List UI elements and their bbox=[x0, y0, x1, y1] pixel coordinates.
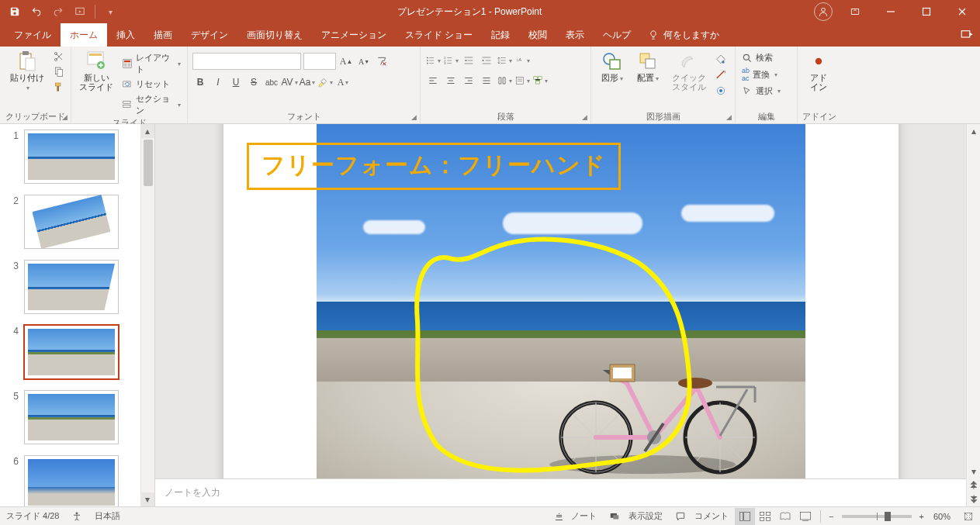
font-size-combo[interactable] bbox=[303, 53, 336, 70]
notes-toggle[interactable]: ≐ ノート bbox=[549, 510, 603, 522]
grow-font-icon[interactable]: A▲ bbox=[338, 54, 354, 69]
next-slide-icon[interactable]: ⯯ bbox=[967, 492, 980, 506]
ribbon-display-icon[interactable] bbox=[837, 0, 873, 23]
paste-button[interactable]: 貼り付け▾ bbox=[5, 50, 49, 94]
justify-icon[interactable] bbox=[479, 73, 494, 88]
close-icon[interactable] bbox=[944, 0, 980, 23]
drawing-launcher-icon[interactable]: ◢ bbox=[726, 113, 732, 121]
tab-slideshow[interactable]: スライド ショー bbox=[396, 23, 482, 47]
columns-icon[interactable]: ▾ bbox=[497, 73, 512, 88]
strike-icon[interactable]: S bbox=[246, 74, 261, 90]
minimize-icon[interactable] bbox=[873, 0, 909, 23]
tab-draw[interactable]: 描画 bbox=[144, 23, 182, 47]
align-text-icon[interactable]: ▾ bbox=[514, 73, 530, 88]
paragraph-launcher-icon[interactable]: ◢ bbox=[582, 113, 587, 121]
numbering-icon[interactable]: 123▾ bbox=[443, 53, 459, 68]
accessibility-icon[interactable] bbox=[65, 511, 88, 522]
shape-outline-icon[interactable] bbox=[714, 68, 728, 82]
zoom-out-button[interactable]: − bbox=[826, 512, 836, 521]
reading-view-icon[interactable] bbox=[775, 508, 795, 525]
shape-effects-icon[interactable] bbox=[714, 84, 728, 98]
font-launcher-icon[interactable]: ◢ bbox=[411, 113, 417, 121]
zoom-slider[interactable] bbox=[842, 515, 912, 518]
arrange-button[interactable]: 配置▾ bbox=[632, 50, 664, 85]
line-spacing-icon[interactable]: ▾ bbox=[497, 53, 512, 68]
align-right-icon[interactable] bbox=[461, 73, 476, 88]
tab-home[interactable]: ホーム bbox=[61, 23, 107, 47]
slide-title-box[interactable]: フリーフォーム：フリーハンド bbox=[247, 143, 621, 190]
slide-thumbnail[interactable] bbox=[25, 195, 118, 248]
thumb-scrollbar[interactable]: ▴ ▾ bbox=[140, 124, 154, 506]
slide-counter[interactable]: スライド 4/28 bbox=[0, 510, 65, 522]
cut-icon[interactable] bbox=[52, 50, 66, 64]
notes-pane[interactable]: ノートを入力 bbox=[155, 478, 966, 506]
undo-icon[interactable] bbox=[29, 5, 43, 19]
select-button[interactable]: 選択▾ bbox=[740, 85, 782, 98]
display-settings-button[interactable]: 表示設定 bbox=[603, 510, 669, 522]
format-painter-icon[interactable] bbox=[52, 81, 66, 95]
tab-review[interactable]: 校閲 bbox=[519, 23, 556, 47]
bold-icon[interactable]: B bbox=[192, 74, 208, 90]
text-direction-icon[interactable]: ↕A▾ bbox=[514, 53, 530, 68]
change-case-icon[interactable]: Aa▾ bbox=[300, 74, 315, 90]
slide-thumbnail[interactable] bbox=[25, 130, 118, 183]
addin-button[interactable]: アド イン bbox=[802, 50, 835, 93]
quick-styles-button[interactable]: クイック スタイル bbox=[667, 50, 711, 93]
bullets-icon[interactable]: ▾ bbox=[425, 53, 441, 68]
slide-thumbnail[interactable] bbox=[25, 261, 118, 313]
tab-view[interactable]: 表示 bbox=[556, 23, 594, 47]
tab-help[interactable]: ヘルプ bbox=[594, 23, 640, 47]
tab-file[interactable]: ファイル bbox=[5, 23, 61, 47]
shadow-icon[interactable]: abc bbox=[264, 74, 279, 90]
scroll-up-icon[interactable]: ▴ bbox=[140, 124, 154, 138]
share-icon[interactable] bbox=[960, 23, 974, 47]
maximize-icon[interactable] bbox=[909, 0, 944, 23]
highlight-icon[interactable]: ▾ bbox=[317, 74, 333, 90]
prev-slide-icon[interactable]: ⯭ bbox=[967, 478, 980, 492]
slide-thumbnail[interactable] bbox=[25, 326, 118, 378]
redo-icon[interactable] bbox=[51, 5, 65, 19]
language-indicator[interactable]: 日本語 bbox=[88, 510, 126, 522]
fit-to-window-icon[interactable] bbox=[957, 511, 980, 522]
zoom-in-button[interactable]: + bbox=[916, 512, 927, 521]
align-left-icon[interactable] bbox=[425, 73, 441, 88]
freeform-shape[interactable] bbox=[406, 228, 701, 476]
zoom-percent[interactable]: 60% bbox=[927, 512, 957, 521]
tab-transitions[interactable]: 画面切り替え bbox=[237, 23, 312, 47]
slideshow-view-icon[interactable] bbox=[795, 508, 816, 525]
font-color-icon[interactable]: A▾ bbox=[335, 74, 351, 90]
tab-animations[interactable]: アニメーション bbox=[312, 23, 396, 47]
indent-inc-icon[interactable] bbox=[479, 53, 494, 68]
scroll-thumb[interactable] bbox=[144, 140, 153, 186]
scroll-down-icon[interactable]: ▾ bbox=[140, 492, 154, 506]
clipboard-launcher-icon[interactable]: ◢ bbox=[62, 113, 68, 121]
font-family-combo[interactable] bbox=[192, 53, 301, 70]
slide-thumbnail[interactable] bbox=[25, 456, 118, 506]
underline-icon[interactable]: U bbox=[228, 74, 244, 90]
replace-button[interactable]: abac置換▾ bbox=[740, 66, 782, 83]
shrink-font-icon[interactable]: A▼ bbox=[356, 54, 372, 69]
start-from-beginning-icon[interactable] bbox=[73, 5, 87, 19]
editor-scrollbar[interactable]: ▴ ▾ ⯭ ⯯ bbox=[966, 124, 980, 506]
normal-view-icon[interactable] bbox=[735, 508, 755, 525]
tab-insert[interactable]: 挿入 bbox=[107, 23, 144, 47]
scroll-down-icon[interactable]: ▾ bbox=[967, 465, 980, 478]
copy-icon[interactable] bbox=[52, 65, 66, 79]
smartart-icon[interactable]: ▾ bbox=[532, 73, 548, 88]
indent-dec-icon[interactable] bbox=[461, 53, 476, 68]
char-spacing-icon[interactable]: AV▾ bbox=[282, 74, 297, 90]
find-button[interactable]: 検索 bbox=[740, 51, 782, 64]
layout-button[interactable]: レイアウト▾ bbox=[120, 51, 182, 76]
sorter-view-icon[interactable] bbox=[755, 508, 775, 525]
italic-icon[interactable]: I bbox=[210, 74, 226, 90]
comments-button[interactable]: コメント bbox=[669, 510, 735, 522]
slide-canvas[interactable]: フリーフォーム：フリーハンド bbox=[223, 124, 899, 478]
section-button[interactable]: セクション▾ bbox=[120, 92, 182, 117]
shape-fill-icon[interactable] bbox=[714, 53, 728, 67]
clear-format-icon[interactable] bbox=[374, 54, 390, 69]
shapes-button[interactable]: 図形▾ bbox=[596, 50, 629, 85]
scroll-up-icon[interactable]: ▴ bbox=[967, 124, 980, 138]
save-icon[interactable] bbox=[8, 5, 22, 19]
tell-me-search[interactable]: 何をしますか bbox=[648, 23, 719, 47]
slide-thumbnail[interactable] bbox=[25, 391, 118, 444]
